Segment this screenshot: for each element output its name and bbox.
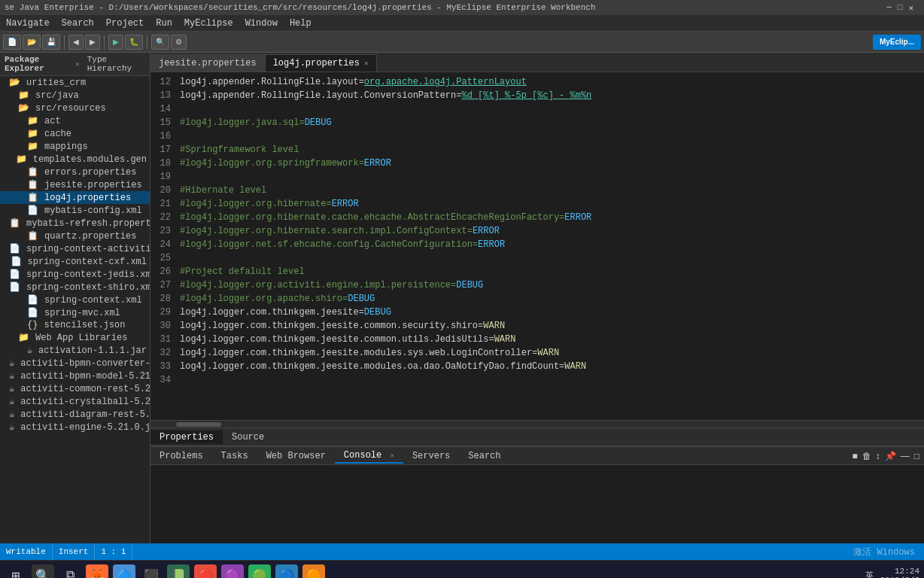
status-position[interactable]: 1 : 1: [95, 543, 132, 560]
sidebar-close-icon[interactable]: ✕: [75, 60, 79, 68]
tree-item[interactable]: {}stencilset.json: [0, 319, 150, 331]
tree-item[interactable]: 📂src/resources: [0, 102, 150, 114]
toolbar-run[interactable]: ▶: [108, 35, 123, 50]
toolbar-debug[interactable]: 🐛: [125, 35, 143, 50]
tree-item[interactable]: 📄spring-context-activiti.xml: [0, 242, 150, 255]
status-writable[interactable]: Writable: [0, 543, 53, 560]
menu-project[interactable]: Project: [100, 17, 150, 30]
code-line: 27#log4j.logger.org.activiti.engine.impl…: [150, 278, 924, 292]
menu-run[interactable]: Run: [150, 17, 178, 30]
tree-item[interactable]: 📁src/java: [0, 89, 150, 102]
toolbar-settings[interactable]: ⚙: [171, 35, 187, 50]
source-tab[interactable]: Source: [223, 430, 273, 444]
console-maximize-btn[interactable]: □: [913, 449, 921, 463]
taskbar-app-9[interactable]: 🟠: [302, 564, 325, 579]
problems-tab[interactable]: Problems: [150, 449, 212, 463]
toolbar-open[interactable]: 📂: [23, 35, 41, 50]
taskbar-app-7[interactable]: 🟢: [248, 564, 271, 579]
tree-item[interactable]: 📄spring-context-shiro.xml: [0, 281, 150, 294]
line-number: 24: [150, 238, 177, 251]
console-clear-btn[interactable]: 🗑: [861, 449, 873, 463]
servers-tab[interactable]: Servers: [403, 449, 459, 463]
tree-item-label: activiti-diagram-rest-5.21.0.jar: [20, 409, 150, 420]
toolbar-new[interactable]: 📄: [3, 35, 21, 50]
tree-item[interactable]: ☕activiti-diagram-rest-5.21.0.jar: [0, 408, 150, 421]
tree-item-label: stencilset.json: [44, 320, 125, 330]
jar-icon: ☕: [9, 409, 14, 420]
line-content: [177, 170, 924, 184]
code-scrollbar[interactable]: [150, 420, 924, 427]
close-btn[interactable]: ✕: [908, 3, 913, 13]
tree-item[interactable]: 📄spring-context-jedis.xml: [0, 268, 150, 281]
taskbar-app-1[interactable]: 🦊: [86, 564, 108, 579]
tab-jeesite-properties[interactable]: jeesite.properties: [150, 54, 265, 71]
toolbar-myeclipse[interactable]: MyEclip...: [873, 35, 921, 50]
menu-navigate[interactable]: Navigate: [0, 17, 56, 30]
tree-item[interactable]: 📄spring-context-cxf.xml: [0, 255, 150, 268]
console-tab[interactable]: Console ✕: [335, 449, 403, 464]
tree-item[interactable]: ☕activiti-crystalball-5.21.0.jar: [0, 395, 150, 408]
code-line: 24#log4j.logger.net.sf.ehcache.config.Ca…: [150, 238, 924, 251]
code-line: 32log4j.logger.com.thinkgem.jeesite.modu…: [150, 346, 924, 360]
taskbar-app-4[interactable]: 📗: [167, 564, 190, 579]
tree-item[interactable]: 📄mybatis-config.xml: [0, 204, 150, 217]
maximize-btn[interactable]: □: [898, 3, 903, 13]
tree-item[interactable]: 📁act: [0, 114, 150, 127]
tree-item[interactable]: 📂urities_crm: [0, 76, 150, 89]
console-scroll-btn[interactable]: ↕: [874, 449, 882, 463]
tree-item[interactable]: 📋errors.properties: [0, 166, 150, 178]
toolbar-search[interactable]: 🔍: [151, 35, 169, 50]
taskbar-windows[interactable]: ⊞: [5, 564, 27, 579]
package-explorer-tab[interactable]: Package Explorer: [5, 55, 71, 73]
tree-item[interactable]: 📁mappings: [0, 140, 150, 153]
type-hierarchy-tab[interactable]: Type Hierarchy: [87, 55, 145, 73]
props-icon: 📋: [27, 166, 38, 178]
status-insert[interactable]: Insert: [53, 543, 96, 560]
minimize-btn[interactable]: ─: [886, 3, 892, 13]
web-browser-tab[interactable]: Web Browser: [257, 449, 335, 463]
tasks-tab[interactable]: Tasks: [212, 449, 257, 463]
taskbar-app-6[interactable]: 🟣: [221, 564, 244, 579]
code-area[interactable]: 12log4j.appender.RollingFile.layout=org.…: [150, 72, 924, 420]
line-content: log4j.logger.com.thinkgem.jeesite=DEBUG: [177, 306, 924, 319]
menu-myeclipse[interactable]: MyEclipse: [178, 17, 239, 30]
code-content: 12log4j.appender.RollingFile.layout=org.…: [150, 72, 924, 390]
toolbar-back[interactable]: ◀: [68, 35, 84, 50]
tree-item[interactable]: ☕activiti-bpmn-converter-5.21.0.jar: [0, 357, 150, 370]
console-stop-btn[interactable]: ■: [851, 449, 859, 463]
toolbar-forward[interactable]: ▶: [85, 35, 100, 50]
tree-item[interactable]: 📄spring-mvc.xml: [0, 306, 150, 319]
taskbar-app-3[interactable]: ⬛: [140, 564, 163, 579]
tree-item[interactable]: 📋quartz.properties: [0, 230, 150, 242]
properties-tab[interactable]: Properties: [150, 430, 223, 444]
tree-item[interactable]: 📄spring-context.xml: [0, 294, 150, 306]
menu-search[interactable]: Search: [56, 17, 100, 30]
tree-item-label: urities_crm: [26, 78, 86, 88]
tab-log4j-close-icon[interactable]: ✕: [364, 59, 369, 68]
tree-item[interactable]: 📋jeesite.properties: [0, 178, 150, 191]
tree-item[interactable]: 📋mybatis-refresh.properties: [0, 217, 150, 230]
console-pin-btn[interactable]: 📌: [883, 449, 898, 463]
menu-help[interactable]: Help: [284, 17, 318, 30]
console-minimize-btn[interactable]: —: [899, 449, 911, 463]
search-tab[interactable]: Search: [459, 449, 509, 463]
taskbar-app-2[interactable]: 🔷: [113, 564, 135, 579]
taskbar-app-5[interactable]: 🔴: [194, 564, 217, 579]
tree-item[interactable]: 📁Web App Libraries: [0, 331, 150, 344]
props-icon: 📋: [9, 218, 20, 229]
tree-item[interactable]: ☕activiti-bpmn-model-5.21.0.jar: [0, 370, 150, 382]
menu-window[interactable]: Window: [239, 17, 284, 30]
console-tab-close[interactable]: ✕: [390, 452, 394, 460]
tree-item[interactable]: ☕activiti-common-rest-5.21.0.jar: [0, 382, 150, 395]
taskbar-search[interactable]: 🔍: [32, 564, 54, 579]
tree-item[interactable]: ☕activation-1.1.1.jar: [0, 344, 150, 357]
jar-icon: ☕: [9, 383, 14, 394]
taskbar-task-view[interactable]: ⧉: [59, 564, 81, 579]
tree-item[interactable]: 📁cache: [0, 127, 150, 140]
tree-item[interactable]: 📋log4j.properties: [0, 191, 150, 204]
tree-item[interactable]: ☕activiti-engine-5.21.0.jar: [0, 421, 150, 434]
toolbar-save[interactable]: 💾: [42, 35, 60, 50]
tab-log4j-properties[interactable]: log4j.properties ✕: [265, 54, 377, 71]
taskbar-app-8[interactable]: 🔵: [275, 564, 298, 579]
tree-item[interactable]: 📁templates.modules.gen: [0, 153, 150, 166]
